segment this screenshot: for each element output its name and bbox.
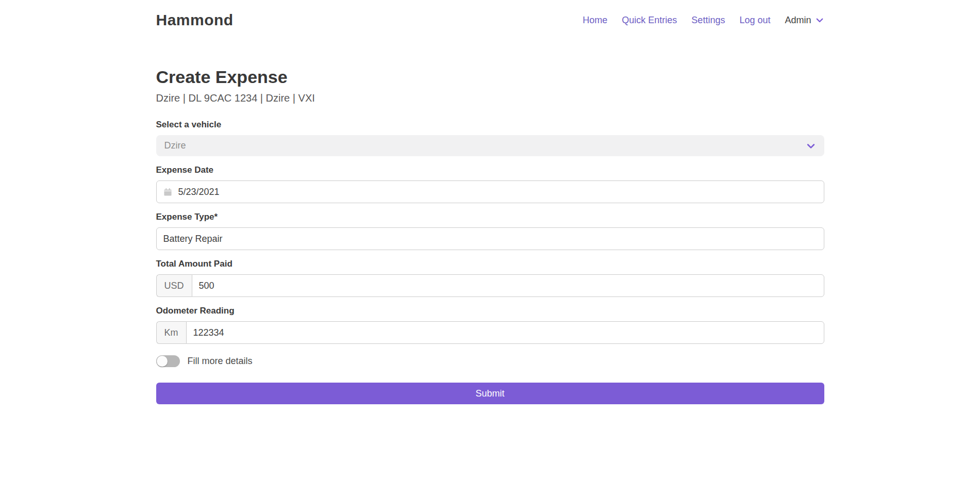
currency-unit-addon: USD xyxy=(156,274,192,297)
page-container: Hammond Home Quick Entries Settings Log … xyxy=(156,0,824,404)
expense-date-field-group: Expense Date xyxy=(156,165,824,203)
nav-link-home[interactable]: Home xyxy=(583,15,607,26)
calendar-icon xyxy=(163,188,172,196)
distance-unit-addon: Km xyxy=(156,321,186,344)
total-amount-input[interactable] xyxy=(192,274,824,297)
odometer-input[interactable] xyxy=(186,321,824,344)
vehicle-select[interactable]: Dzire xyxy=(156,135,824,156)
vehicle-field-group: Select a vehicle Dzire xyxy=(156,120,824,156)
create-expense-form: Create Expense Dzire | DL 9CAC 1234 | Dz… xyxy=(156,40,824,404)
top-navbar: Hammond Home Quick Entries Settings Log … xyxy=(156,0,824,40)
vehicle-label: Select a vehicle xyxy=(156,120,824,130)
expense-date-label: Expense Date xyxy=(156,165,824,175)
vehicle-summary: Dzire | DL 9CAC 1234 | Dzire | VXI xyxy=(156,92,824,104)
user-menu-admin[interactable]: Admin xyxy=(785,15,824,26)
expense-date-input-wrap xyxy=(156,180,824,203)
page-title: Create Expense xyxy=(156,67,824,87)
expense-type-input[interactable] xyxy=(156,227,824,250)
total-amount-label: Total Amount Paid xyxy=(156,259,824,269)
total-amount-field-group: Total Amount Paid USD xyxy=(156,259,824,297)
nav-links: Home Quick Entries Settings Log out Admi… xyxy=(583,15,824,26)
toggle-knob xyxy=(157,356,168,367)
fill-more-details-toggle[interactable] xyxy=(156,355,180,367)
expense-date-input[interactable] xyxy=(177,186,817,198)
total-amount-input-group: USD xyxy=(156,274,824,297)
brand-logo[interactable]: Hammond xyxy=(156,11,234,29)
fill-more-details-row: Fill more details xyxy=(156,355,824,367)
expense-type-label: Expense Type* xyxy=(156,212,824,222)
nav-link-logout[interactable]: Log out xyxy=(739,15,770,26)
chevron-down-icon xyxy=(806,141,816,151)
nav-link-settings[interactable]: Settings xyxy=(691,15,725,26)
fill-more-details-label: Fill more details xyxy=(188,356,253,367)
odometer-input-group: Km xyxy=(156,321,824,344)
user-menu-label: Admin xyxy=(785,15,811,26)
odometer-label: Odometer Reading xyxy=(156,306,824,316)
chevron-down-icon xyxy=(815,15,824,25)
expense-type-field-group: Expense Type* xyxy=(156,212,824,250)
odometer-field-group: Odometer Reading Km xyxy=(156,306,824,344)
nav-link-quick-entries[interactable]: Quick Entries xyxy=(622,15,677,26)
submit-button[interactable]: Submit xyxy=(156,383,824,404)
vehicle-select-value: Dzire xyxy=(164,140,186,151)
